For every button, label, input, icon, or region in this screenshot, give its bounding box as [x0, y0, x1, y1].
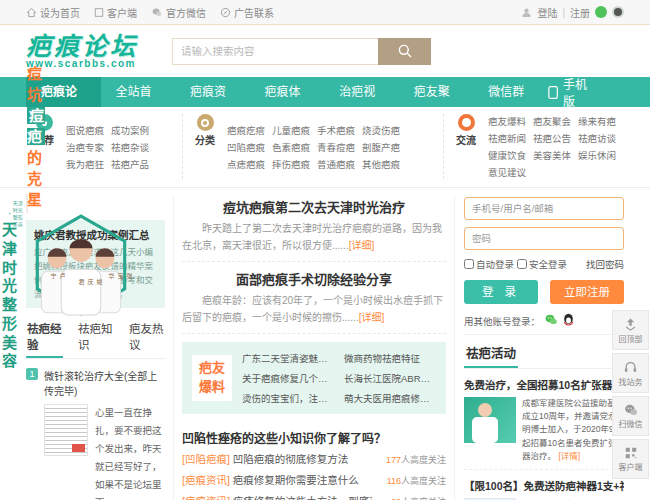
quicknav-link[interactable]: 意见建议 — [488, 165, 526, 179]
featured-article-2: 面部疤痕手术切除经验分享 疤痕年龄：应该有20年了，一个是小时候出水痘手抓下后留… — [182, 262, 446, 334]
user-icon — [521, 7, 532, 18]
activity-thumbnail[interactable] — [464, 397, 516, 443]
site-service-button[interactable]: 找站务 — [612, 353, 649, 393]
scan-wechat-button[interactable]: 扫微信 — [612, 396, 649, 436]
set-homepage-link[interactable]: 设为首页 — [26, 5, 80, 20]
wechat-app-icon[interactable] — [595, 6, 607, 18]
category-tag[interactable]: [疤痕资讯] — [182, 470, 230, 491]
detail-link[interactable]: [详细] — [349, 240, 375, 251]
exposure-link[interactable]: 微商药物祛疤特征 — [344, 351, 436, 365]
section-title[interactable]: 凹陷性痤疮的这些小知识你了解了吗？ — [182, 429, 446, 446]
nav-item-treatment-videos[interactable]: 治疤视频 — [324, 77, 399, 107]
nav-item-scar-news[interactable]: 疤痕资讯 — [175, 77, 250, 107]
article-title[interactable]: 痘坑疤痕第二次去天津时光治疗 — [182, 197, 446, 216]
quicknav-link[interactable]: 健康饮食 — [488, 148, 526, 162]
app-client-button[interactable]: 客户端 — [612, 439, 649, 479]
item-title[interactable]: 痤疮修复的这些土方法，到底有没有用 — [233, 491, 372, 500]
nav-item-site-home[interactable]: 全站首页 — [101, 77, 176, 107]
post-snippet[interactable]: 心里一直在挣扎，要不要把这个发出来，昨天就已经写好了，如果不是论坛里面 — [95, 404, 165, 500]
back-to-top-button[interactable]: 回顶部 — [612, 310, 649, 350]
quicknav-link[interactable]: 色素疤痕 — [272, 140, 310, 154]
site-logo[interactable]: 疤痕论坛 www.scarbbs.com — [26, 33, 138, 70]
post-thumbnail[interactable] — [44, 404, 88, 456]
tab-hot-topics[interactable]: 疤友热议 — [128, 315, 165, 358]
forgot-password-link[interactable]: 找回密码 — [586, 257, 624, 271]
login-link[interactable]: 登陆 — [537, 5, 557, 20]
quicknav-link[interactable]: 剖腹产疤 — [362, 140, 400, 154]
official-wechat-link[interactable]: 官方微信 — [151, 5, 206, 20]
safe-login-checkbox[interactable]: 安全登录 — [517, 257, 567, 271]
quicknav-link[interactable]: 我为疤狂 — [66, 157, 104, 171]
wechat-login-icon[interactable] — [544, 313, 558, 328]
quicknav-link[interactable]: 祛疤公告 — [533, 131, 571, 145]
password-field[interactable] — [464, 227, 624, 250]
exposure-box: 疤友 爆料 广东二天堂清姿魅疤痕修复是骗 关于疤痕修复几个曝光 烫伤的宝宝们，注… — [182, 342, 446, 414]
exposure-link[interactable]: 关于疤痕修复几个曝光 — [242, 371, 334, 385]
quicknav-link[interactable]: 祛疤杂谈 — [111, 140, 149, 154]
tab-knowledge[interactable]: 祛疤知识 — [77, 315, 114, 358]
exposure-link[interactable]: 烫伤的宝宝们，注意骗子 — [242, 391, 334, 405]
qq-login-icon[interactable] — [562, 313, 575, 328]
quicknav-link[interactable]: 美容美体 — [533, 148, 571, 162]
nav-item-scar-constitution[interactable]: 疤痕体质 — [250, 77, 325, 107]
quicknav-link[interactable]: 祛疤访谈 — [578, 131, 616, 145]
post-title[interactable]: 微针滚轮治疗大全(全部上传完毕) — [44, 368, 165, 398]
detail-link[interactable]: [详细] — [359, 312, 385, 323]
quicknav-link[interactable]: 娱乐休闲 — [578, 148, 616, 162]
activity-detail-link[interactable]: [详情] — [558, 451, 580, 461]
quicknav-link[interactable]: 手术疤痕 — [317, 123, 355, 137]
quicknav-link[interactable]: 祛疤新闻 — [488, 131, 526, 145]
phone-icon — [548, 85, 558, 100]
quicknav-link[interactable]: 儿童疤痕 — [272, 123, 310, 137]
register-button[interactable]: 立即注册 — [550, 280, 624, 304]
nav-item-wechat-group[interactable]: 微信群聊 — [473, 77, 548, 107]
search-bar — [172, 38, 431, 65]
exposure-link[interactable]: 萌大夫医用疤痕修复凝胶 — [344, 391, 436, 405]
quicknav-link[interactable]: 烧烫伤疤 — [362, 123, 400, 137]
activity-title[interactable]: 【限100名】免费送防疤神器1支+祛疤清痘1 — [464, 478, 624, 493]
quicknav-link[interactable]: 疤痕疙瘩 — [227, 123, 265, 137]
category-tag[interactable]: [凹陷疤痕] — [182, 449, 230, 470]
quicknav-link[interactable]: 普通疤痕 — [317, 157, 355, 171]
category-tag[interactable]: [疤痕资讯] — [182, 491, 230, 500]
home-icon — [26, 7, 37, 18]
login-button[interactable]: 登 录 — [464, 280, 538, 304]
attention-count: 177人高度关注 — [372, 451, 446, 469]
quicknav-link[interactable]: 缘来有疤 — [578, 114, 616, 128]
quicknav-link[interactable]: 疤友聚会 — [533, 114, 571, 128]
left-column: 天津时光整形美容 卢宁 姚庆君 张宝华 — [26, 195, 173, 500]
exposure-col-1: 广东二天堂清姿魅疤痕修复是骗 关于疤痕修复几个曝光 烫伤的宝宝们，注意骗子 — [242, 351, 334, 405]
search-input[interactable] — [172, 38, 378, 65]
tab-experience[interactable]: 祛疤经验 — [26, 315, 63, 358]
client-link[interactable]: 客户端 — [94, 5, 137, 20]
item-title[interactable]: 凹陷疤痕的彻底修复方法 — [233, 449, 372, 470]
quicknav-link[interactable]: 成功案例 — [111, 123, 149, 137]
quicknav-group-label: 交流 — [456, 132, 476, 147]
app-icon[interactable] — [612, 6, 624, 18]
quicknav-link[interactable]: 凹陷疤痕 — [227, 140, 265, 154]
username-field[interactable] — [464, 197, 624, 220]
nav-item-friend-groups[interactable]: 疤友聚群 — [399, 77, 474, 107]
activity-title[interactable]: 免费治疗，全国招募10名扩张器患者 — [464, 377, 624, 392]
quicknav-link[interactable]: 摔伤疤痕 — [272, 157, 310, 171]
article-title[interactable]: 面部疤痕手术切除经验分享 — [182, 269, 446, 288]
quicknav-link[interactable]: 治疤专家 — [66, 140, 104, 154]
exposure-col-2: 微商药物祛疤特征 长海长江医院ABR消融重建术 萌大夫医用疤痕修复凝胶 — [344, 351, 436, 405]
quicknav-link[interactable]: 祛疤产品 — [111, 157, 149, 171]
quicknav-link[interactable]: 其他疤痕 — [362, 157, 400, 171]
auto-login-checkbox[interactable]: 自动登录 — [464, 257, 514, 271]
clinic-ad-banner[interactable]: 天津时光整形美容 卢宁 姚庆君 张宝华 — [26, 194, 28, 213]
quicknav-link[interactable]: 图说疤痕 — [66, 123, 104, 137]
exposure-link[interactable]: 广东二天堂清姿魅疤痕修复是骗 — [242, 351, 334, 365]
nav-mobile-version[interactable]: 手机版 — [548, 77, 596, 107]
quicknav-group-recommend: 推荐 图说疤痕 成功案例 治疤专家 祛疤杂谈 我为疤狂 祛疤产品 — [22, 114, 182, 179]
search-button[interactable] — [378, 38, 431, 65]
exposure-link[interactable]: 长海长江医院ABR消融重建术 — [344, 371, 436, 385]
quicknav-link[interactable]: 疤友爆料 — [488, 114, 526, 128]
wechat-icon — [623, 403, 639, 417]
quicknav-link[interactable]: 青春痘疤 — [317, 140, 355, 154]
register-link[interactable]: 注册 — [570, 5, 590, 20]
ad-contact-link[interactable]: 广告联系 — [220, 5, 274, 20]
quicknav-link[interactable]: 点痣疤痕 — [227, 157, 265, 171]
item-title[interactable]: 疤痕修复期你需要注意什么 — [233, 470, 372, 491]
